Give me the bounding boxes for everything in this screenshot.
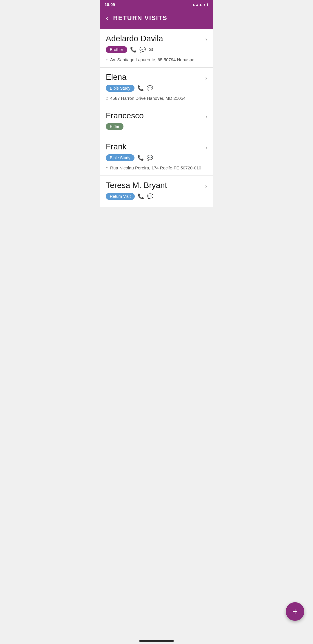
message-icon[interactable]: 💬 (147, 85, 153, 91)
contact-tag-elder: Elder (106, 123, 123, 130)
contact-name: Teresa M. Bryant (106, 181, 167, 190)
chevron-right-icon: › (205, 183, 207, 189)
contact-tag-bible-study: Bible Study (106, 154, 134, 161)
phone-icon[interactable]: 📞 (138, 193, 144, 200)
status-bar: 10:09 ▲▲▲ ▾ ▮ (100, 0, 213, 9)
contact-item-adelardo-davila[interactable]: Adelardo Davila › Brother 📞 💬 ✉ ⌂ Av. Sa… (100, 29, 213, 68)
status-time: 10:09 (105, 2, 115, 7)
phone-icon[interactable]: 📞 (130, 46, 137, 53)
signal-icon: ▲▲▲ (192, 3, 202, 7)
contact-address: Av. Santiago Lapuernte, 65 50794 Nonaspe (110, 57, 194, 63)
location-icon: ⌂ (106, 57, 108, 62)
message-icon[interactable]: 💬 (139, 46, 146, 53)
contact-address: Rua Nicolau Pereira, 174 Recife-FE 50720… (110, 165, 201, 171)
empty-area (100, 207, 213, 288)
phone-icon[interactable]: 📞 (137, 85, 144, 91)
contact-list: Adelardo Davila › Brother 📞 💬 ✉ ⌂ Av. Sa… (100, 29, 213, 207)
contact-item-teresa-bryant[interactable]: Teresa M. Bryant › Return Visit 📞 💬 (100, 176, 213, 207)
email-icon[interactable]: ✉ (149, 46, 153, 53)
contact-item-francesco[interactable]: Francesco › Elder (100, 106, 213, 138)
contact-item-frank[interactable]: Frank › Bible Study 📞 💬 ⌂ Rua Nicolau Pe… (100, 137, 213, 176)
contact-name: Francesco (106, 111, 144, 120)
chevron-right-icon: › (205, 144, 207, 151)
chevron-right-icon: › (205, 36, 207, 43)
contact-tag-brother: Brother (106, 46, 127, 53)
location-icon: ⌂ (106, 165, 108, 170)
location-icon: ⌂ (106, 95, 108, 100)
contact-name: Elena (106, 73, 127, 82)
header: ‹ RETURN VISITS (100, 9, 213, 29)
contact-tag-return-visit: Return Visit (106, 193, 135, 200)
wifi-icon: ▾ (203, 3, 205, 7)
battery-icon: ▮ (206, 3, 208, 7)
phone-icon[interactable]: 📞 (137, 155, 144, 161)
contact-name: Frank (106, 142, 127, 151)
page-title: RETURN VISITS (113, 14, 167, 22)
contact-tag-bible-study: Bible Study (106, 85, 134, 92)
message-icon[interactable]: 💬 (147, 155, 153, 161)
contact-address: 4587 Harron Drive Hanover, MD 21054 (110, 95, 185, 101)
back-button[interactable]: ‹ (106, 14, 108, 22)
contact-name: Adelardo Davila (106, 34, 163, 43)
chevron-right-icon: › (205, 113, 207, 120)
chevron-right-icon: › (205, 75, 207, 81)
contact-item-elena[interactable]: Elena › Bible Study 📞 💬 ⌂ 4587 Harron Dr… (100, 68, 213, 106)
status-icons: ▲▲▲ ▾ ▮ (192, 3, 208, 7)
message-icon[interactable]: 💬 (147, 193, 153, 200)
